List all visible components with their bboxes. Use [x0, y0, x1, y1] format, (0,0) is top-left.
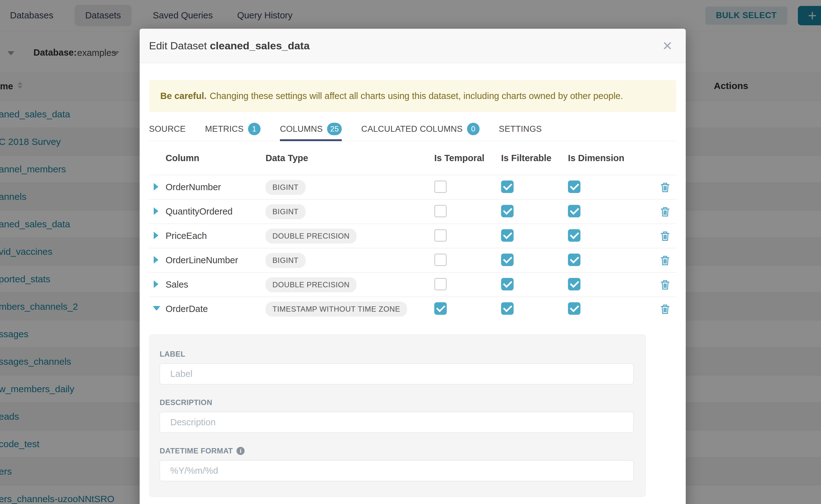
data-type-pill: BIGINT: [265, 204, 305, 219]
warning-banner-bold: Be careful.: [160, 91, 206, 101]
is-temporal-checkbox[interactable]: [434, 205, 447, 217]
column-row: OrderLineNumber BIGINT: [149, 248, 676, 272]
expand-caret-icon[interactable]: [153, 306, 160, 311]
columns-table-header: Column Data Type Is Temporal Is Filterab…: [149, 141, 676, 175]
column-row: PriceEach DOUBLE PRECISION: [149, 224, 676, 248]
modal-title-prefix: Edit Dataset: [149, 40, 207, 52]
tab-metrics[interactable]: METRICS1: [205, 117, 260, 141]
is-filterable-checkbox[interactable]: [501, 205, 514, 217]
is-temporal-checkbox[interactable]: [434, 229, 447, 242]
close-icon[interactable]: ✕: [662, 40, 673, 52]
tab-settings[interactable]: SETTINGS: [499, 117, 542, 141]
tab-calculated-columns[interactable]: CALCULATED COLUMNS0: [361, 117, 479, 141]
is-dimension-checkbox[interactable]: [568, 205, 581, 217]
tab-label: COLUMNS: [280, 124, 323, 134]
tab-count-badge: 25: [327, 123, 342, 135]
label-input[interactable]: [160, 363, 634, 384]
edit-dataset-modal: Edit Dataset cleaned_sales_data ✕ Be car…: [140, 29, 686, 504]
column-row: QuantityOrdered BIGINT: [149, 199, 676, 224]
is-temporal-checkbox[interactable]: [434, 180, 447, 193]
is-dimension-checkbox[interactable]: [568, 180, 581, 193]
data-type-pill: TIMESTAMP WITHOUT TIME ZONE: [265, 302, 407, 317]
delete-column-button[interactable]: [660, 206, 675, 217]
is-filterable-checkbox[interactable]: [501, 278, 514, 290]
column-detail-panel: LABEL DESCRIPTION DATETIME FORMAT i: [149, 334, 646, 497]
modal-tabs: SOURCEMETRICS1COLUMNS25CALCULATED COLUMN…: [149, 117, 676, 141]
modal-title-dataset-name: cleaned_sales_data: [210, 40, 309, 52]
tab-count-badge: 1: [248, 123, 260, 135]
expand-caret-icon[interactable]: [154, 207, 158, 215]
column-name: PriceEach: [166, 231, 265, 241]
is-temporal-checkbox[interactable]: [434, 278, 447, 290]
expand-caret-icon[interactable]: [154, 232, 158, 239]
column-name: Sales: [166, 279, 265, 290]
datetime-format-field-label: DATETIME FORMAT: [160, 447, 233, 455]
info-icon[interactable]: i: [236, 447, 245, 455]
trash-icon: [660, 304, 670, 314]
is-filterable-header: Is Filterable: [501, 153, 568, 163]
delete-column-button[interactable]: [660, 279, 675, 290]
expand-caret-icon[interactable]: [154, 256, 158, 264]
is-dimension-checkbox[interactable]: [568, 278, 581, 290]
is-dimension-checkbox[interactable]: [568, 302, 581, 315]
tab-label: SETTINGS: [499, 124, 542, 134]
column-header: Column: [166, 153, 265, 163]
expand-caret-icon[interactable]: [154, 280, 158, 288]
column-name: QuantityOrdered: [166, 206, 265, 217]
modal-title: Edit Dataset cleaned_sales_data: [149, 40, 309, 52]
tab-columns[interactable]: COLUMNS25: [280, 117, 342, 141]
column-row: Sales DOUBLE PRECISION: [149, 272, 676, 297]
columns-table: Column Data Type Is Temporal Is Filterab…: [149, 141, 676, 321]
tab-label: SOURCE: [149, 124, 185, 134]
column-row: OrderDate TIMESTAMP WITHOUT TIME ZONE: [149, 297, 676, 321]
column-name: OrderNumber: [166, 182, 265, 192]
trash-icon: [660, 255, 670, 266]
is-filterable-checkbox[interactable]: [501, 229, 514, 242]
expand-caret-icon[interactable]: [154, 183, 158, 190]
delete-column-button[interactable]: [660, 304, 675, 314]
data-type-pill: DOUBLE PRECISION: [265, 229, 356, 244]
modal-header: Edit Dataset cleaned_sales_data ✕: [140, 29, 686, 63]
data-type-pill: DOUBLE PRECISION: [265, 277, 356, 292]
warning-banner-text: Changing these settings will affect all …: [210, 91, 623, 101]
is-filterable-checkbox[interactable]: [501, 302, 514, 315]
delete-column-button[interactable]: [660, 231, 675, 241]
is-filterable-checkbox[interactable]: [501, 254, 514, 266]
is-temporal-checkbox[interactable]: [434, 254, 447, 266]
description-field-label: DESCRIPTION: [160, 398, 645, 407]
label-field-label: LABEL: [160, 350, 645, 358]
trash-icon: [660, 231, 670, 241]
data-type-header: Data Type: [265, 153, 434, 163]
description-input[interactable]: [160, 412, 634, 433]
trash-icon: [660, 279, 670, 290]
datetime-format-input[interactable]: [160, 460, 634, 481]
is-dimension-header: Is Dimension: [568, 153, 635, 163]
trash-icon: [660, 206, 670, 217]
column-row: OrderNumber BIGINT: [149, 175, 676, 199]
column-name: OrderLineNumber: [166, 255, 265, 265]
tab-source[interactable]: SOURCE: [149, 117, 185, 141]
is-filterable-checkbox[interactable]: [501, 180, 514, 193]
warning-banner: Be careful. Changing these settings will…: [149, 80, 676, 112]
trash-icon: [660, 182, 670, 193]
is-temporal-header: Is Temporal: [434, 153, 501, 163]
is-dimension-checkbox[interactable]: [568, 254, 581, 266]
delete-column-button[interactable]: [660, 182, 675, 193]
is-temporal-checkbox[interactable]: [434, 302, 447, 315]
tab-label: CALCULATED COLUMNS: [361, 124, 463, 134]
column-name: OrderDate: [166, 304, 265, 314]
delete-column-button[interactable]: [660, 255, 675, 266]
tab-count-badge: 0: [467, 123, 480, 135]
data-type-pill: BIGINT: [265, 180, 305, 195]
tab-label: METRICS: [205, 124, 244, 134]
modal-body: Be careful. Changing these settings will…: [140, 80, 686, 497]
data-type-pill: BIGINT: [265, 253, 305, 268]
is-dimension-checkbox[interactable]: [568, 229, 581, 242]
